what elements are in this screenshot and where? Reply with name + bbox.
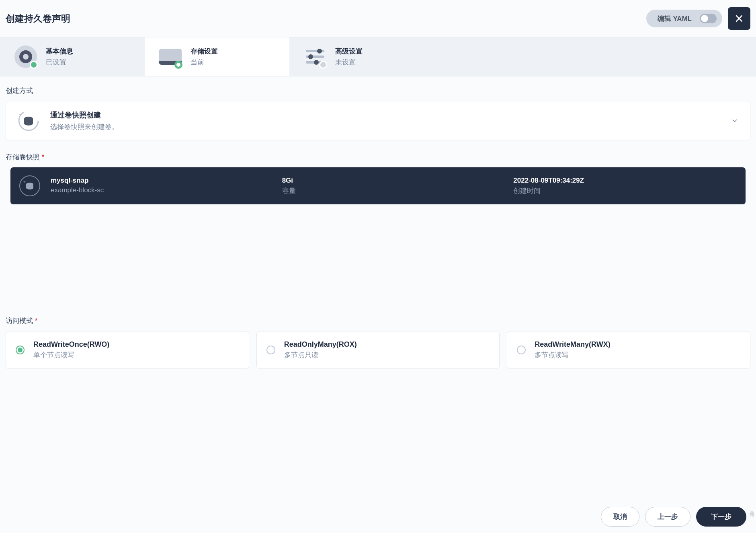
mode-title: ReadWriteMany(RWX) xyxy=(535,340,610,349)
chevron-down-icon xyxy=(731,117,739,125)
step-advanced-settings[interactable]: 高级设置 未设置 xyxy=(289,37,434,76)
method-description: 选择卷快照来创建卷。 xyxy=(50,122,720,132)
method-title: 通过卷快照创建 xyxy=(50,110,720,120)
step-title: 存储设置 xyxy=(191,47,218,56)
snapshot-capacity: 8Gi xyxy=(282,177,506,185)
stepper: 基本信息 已设置 存储设置 当前 高级设置 未设置 xyxy=(0,37,756,76)
sliders-icon xyxy=(304,45,326,68)
step-status: 已设置 xyxy=(46,58,73,67)
mode-description: 多节点读写 xyxy=(535,350,610,360)
step-status: 未设置 xyxy=(335,58,363,67)
access-mode-rwx[interactable]: ReadWriteMany(RWX) 多节点读写 xyxy=(507,331,750,369)
mode-description: 多节点只读 xyxy=(284,350,357,360)
snapshot-icon xyxy=(19,175,40,196)
step-status: 当前 xyxy=(191,58,218,67)
content-area: 创建方式 通过卷快照创建 选择卷快照来创建卷。 存储卷快照 mysql-snap… xyxy=(0,76,756,417)
access-mode-label: 访问模式 xyxy=(6,316,750,325)
snapshot-list: mysql-snap example-block-sc 8Gi 容量 2022-… xyxy=(6,167,750,304)
step-title: 基本信息 xyxy=(46,47,73,56)
radio-icon xyxy=(266,346,275,354)
info-icon xyxy=(14,45,37,68)
access-mode-group: ReadWriteOnce(RWO) 单个节点读写 ReadOnlyMany(R… xyxy=(6,331,750,369)
radio-selected-icon xyxy=(16,346,25,354)
svg-point-8 xyxy=(26,186,33,189)
create-method-selector[interactable]: 通过卷快照创建 选择卷快照来创建卷。 xyxy=(6,101,750,140)
close-icon xyxy=(734,13,744,24)
step-storage-settings[interactable]: 存储设置 当前 xyxy=(145,37,289,76)
header-actions: 编辑 YAML xyxy=(646,7,750,30)
edit-yaml-toggle[interactable]: 编辑 YAML xyxy=(646,10,722,27)
mode-title: ReadWriteOnce(RWO) xyxy=(33,340,109,349)
radio-icon xyxy=(517,346,526,354)
snapshot-storage-class: example-block-sc xyxy=(51,186,274,194)
yaml-toggle-label: 编辑 YAML xyxy=(658,14,692,23)
snapshot-name: mysql-snap xyxy=(51,177,274,185)
mode-title: ReadOnlyMany(ROX) xyxy=(284,340,357,349)
page-title: 创建持久卷声明 xyxy=(6,12,70,25)
access-mode-rwo[interactable]: ReadWriteOnce(RWO) 单个节点读写 xyxy=(6,331,249,369)
snapshot-restore-icon xyxy=(17,109,40,132)
close-button[interactable] xyxy=(728,7,750,30)
create-method-label: 创建方式 xyxy=(6,86,750,95)
access-mode-rox[interactable]: ReadOnlyMany(ROX) 多节点只读 xyxy=(256,331,500,369)
created-label: 创建时间 xyxy=(513,186,737,196)
mode-description: 单个节点读写 xyxy=(33,350,109,360)
svg-point-5 xyxy=(24,121,33,126)
snapshot-created-at: 2022-08-09T09:34:29Z xyxy=(513,177,737,185)
step-title: 高级设置 xyxy=(335,47,363,56)
snapshot-item-selected[interactable]: mysql-snap example-block-sc 8Gi 容量 2022-… xyxy=(10,167,746,204)
modal-header: 创建持久卷声明 编辑 YAML xyxy=(0,0,756,37)
capacity-label: 容量 xyxy=(282,186,506,196)
toggle-switch-icon xyxy=(700,14,717,23)
step-basic-info[interactable]: 基本信息 已设置 xyxy=(0,37,145,76)
snapshot-label: 存储卷快照 xyxy=(6,152,750,162)
storage-icon xyxy=(159,45,182,68)
